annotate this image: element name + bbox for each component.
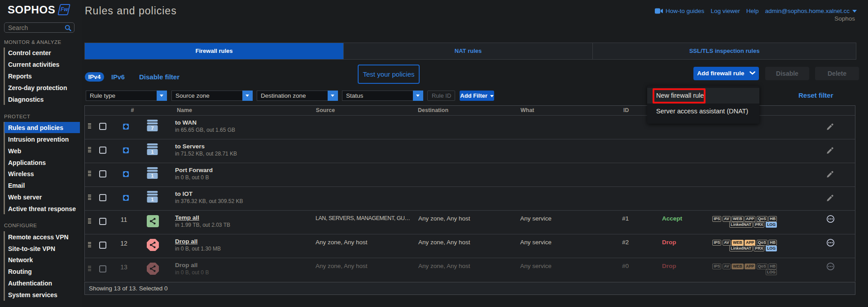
svg-text:1: 1 bbox=[151, 197, 154, 202]
svg-text:1: 1 bbox=[151, 173, 154, 178]
svg-text:7: 7 bbox=[151, 125, 153, 131]
svg-text:1: 1 bbox=[151, 149, 154, 155]
